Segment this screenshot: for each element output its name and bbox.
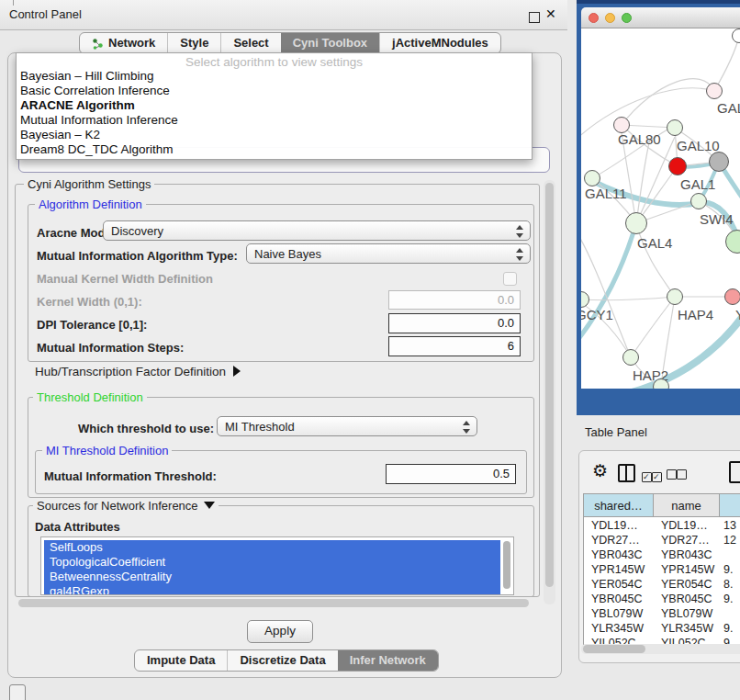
mi-threshold-field[interactable]: 0.5 (386, 464, 516, 484)
attribute-list-item[interactable]: gal4RGexp (44, 584, 500, 595)
collapsed-panel-icon[interactable] (9, 684, 26, 700)
minimize-traffic-light[interactable] (605, 13, 615, 23)
aracne-mode-combobox[interactable]: Discovery (103, 220, 531, 241)
apply-button[interactable]: Apply (247, 620, 313, 643)
table-header-name[interactable]: name (654, 494, 720, 517)
unchecked-boxes-icon[interactable] (667, 467, 687, 483)
table-row[interactable]: YBR043CYBR043C (584, 548, 740, 562)
control-panel-title: Control Panel (9, 7, 82, 21)
new-column-icon[interactable] (729, 461, 740, 483)
mi-type-combobox[interactable]: Naive Bayes (246, 243, 531, 264)
data-attributes-list[interactable]: SelfLoopsTopologicalCoefficientBetweenne… (40, 536, 514, 595)
dpi-tolerance-field[interactable]: 0.0 (388, 313, 521, 333)
network-node-gal7[interactable] (706, 83, 723, 99)
network-node-gal1[interactable] (668, 157, 687, 175)
tab-jactivemnodules[interactable]: jActiveMNodules (379, 33, 500, 53)
attribute-list-item[interactable]: TopologicalCoefficient (44, 555, 500, 570)
attribute-list-scrollbar[interactable] (503, 541, 510, 589)
network-node-gal11[interactable] (584, 170, 600, 186)
manual-kernel-checkbox[interactable] (503, 272, 517, 286)
columns-icon[interactable] (618, 464, 635, 482)
node-label: GAL11 (585, 186, 627, 201)
table-row[interactable]: YLR345WYLR345W9. (584, 621, 740, 636)
attribute-list-item[interactable]: BetweennessCentrality (44, 570, 500, 584)
algorithm-option[interactable]: Basic Correlation Inference (17, 84, 532, 98)
tab-cyni-toolbox[interactable]: Cyni Toolbox (281, 33, 379, 53)
dropdown-hint: Select algorithm to view settings (17, 53, 532, 69)
float-window-icon[interactable] (529, 12, 540, 23)
tab-style[interactable]: Style (167, 33, 220, 53)
control-panel-tabs: NetworkStyleSelectCyni ToolboxjActiveMNo… (79, 32, 501, 54)
table-cell: YER054C (584, 577, 654, 592)
settings-vertical-scrollbar[interactable] (544, 180, 555, 604)
network-window-titlebar[interactable] (581, 7, 740, 28)
algorithm-option[interactable]: Dream8 DC_TDC Algorithm (17, 142, 532, 157)
mi-steps-field[interactable]: 6 (388, 336, 521, 356)
network-node-gal4[interactable] (625, 212, 647, 234)
table-cell: YDR27… (654, 533, 720, 548)
table-row[interactable]: YDR27…YDR27…12 (584, 533, 740, 548)
network-node[interactable] (732, 28, 740, 43)
kernel-width-field[interactable]: 0.0 (388, 290, 521, 310)
node-table[interactable]: shared…nameA YDL19…YDL19…13YDR27…YDR27…1… (583, 493, 740, 648)
mi-type-label: Mutual Information Algorithm Type: (37, 249, 238, 263)
algorithm-option[interactable]: Mutual Information Inference (17, 113, 532, 128)
table-horizontal-scrollbar[interactable] (581, 644, 740, 654)
expanded-arrow-icon (204, 502, 215, 509)
which-threshold-label: Which threshold to use: (78, 422, 214, 435)
table-cell: YBR045C (654, 592, 720, 606)
network-node-swi4[interactable] (690, 193, 707, 209)
network-node[interactable] (653, 378, 669, 389)
node-label: GAL80 (618, 131, 661, 147)
tab-select[interactable]: Select (220, 33, 280, 53)
table-cell: YPR145W (584, 562, 654, 577)
tab-network[interactable]: Network (80, 33, 167, 53)
tab-infer-network[interactable]: Infer Network (338, 650, 438, 671)
tab-label: Impute Data (147, 650, 215, 671)
network-node-hap2[interactable] (622, 349, 639, 366)
node-label: SWI4 (700, 211, 734, 227)
tab-impute-data[interactable]: Impute Data (135, 650, 227, 671)
close-traffic-light[interactable] (589, 13, 599, 23)
application-root: Control Panel ✕ NetworkStyleSelectCyni T… (0, 0, 740, 700)
mi-threshold-legend: MI Threshold Definition (42, 444, 172, 457)
table-row[interactable]: YER054CYER054C8. (584, 577, 740, 592)
table-cell: YDL19… (654, 518, 720, 533)
table-row[interactable]: YBR045CYBR045C9. (584, 592, 740, 606)
algorithm-option[interactable]: Bayesian – K2 (17, 128, 532, 142)
table-panel-title: Table Panel (585, 425, 647, 439)
divider-tick (13, 0, 14, 6)
tab-label: Style (180, 33, 208, 53)
network-node-gal10[interactable] (667, 119, 683, 136)
cyni-mode-tabs: Impute DataDiscretize DataInfer Network (134, 649, 439, 672)
algorithm-option[interactable]: Bayesian – Hill Climbing (17, 69, 532, 84)
zoom-traffic-light[interactable] (622, 13, 632, 23)
gear-icon[interactable]: ⚙ (592, 462, 608, 480)
node-label: GAL4 (637, 235, 672, 251)
stepper-icon (462, 421, 469, 434)
table-row[interactable]: YBL079WYBL079W (584, 606, 740, 621)
network-node[interactable] (709, 152, 729, 172)
close-icon[interactable]: ✕ (545, 6, 556, 21)
table-cell: YBR043C (654, 548, 720, 562)
algorithm-option[interactable]: ARACNE Algorithm (17, 98, 532, 113)
table-header-shared…[interactable]: shared… (584, 494, 654, 517)
network-node-hap4[interactable] (667, 288, 683, 305)
tab-label: Infer Network (350, 650, 426, 671)
node-label: GAL10 (677, 138, 720, 153)
attribute-list-item[interactable]: SelfLoops (44, 540, 500, 555)
hub-definition-toggle[interactable]: Hub/Transcription Factor Definition (35, 365, 241, 378)
sources-legend[interactable]: Sources for Network Inference (33, 499, 219, 513)
network-node-y[interactable] (724, 288, 740, 305)
which-threshold-combobox[interactable]: MI Threshold (217, 416, 477, 436)
tab-discretize-data[interactable]: Discretize Data (227, 650, 337, 671)
node-label: Y (735, 307, 740, 322)
hub-definition-label: Hub/Transcription Factor Definition (35, 365, 226, 378)
table-header-A[interactable]: A (720, 494, 740, 517)
checked-boxes-icon[interactable]: ✓✓ (642, 467, 662, 483)
network-canvas[interactable]: GAL7GAL80GAL10GAL1GAL11SWI4GAL4GCY1HAP4Y… (581, 28, 740, 389)
table-row[interactable]: YPR145WYPR145W9. (584, 562, 740, 577)
settings-horizontal-scrollbar[interactable] (17, 598, 542, 609)
node-label: GCY1 (581, 307, 613, 322)
table-row[interactable]: YDL19…YDL19…13 (584, 518, 740, 533)
